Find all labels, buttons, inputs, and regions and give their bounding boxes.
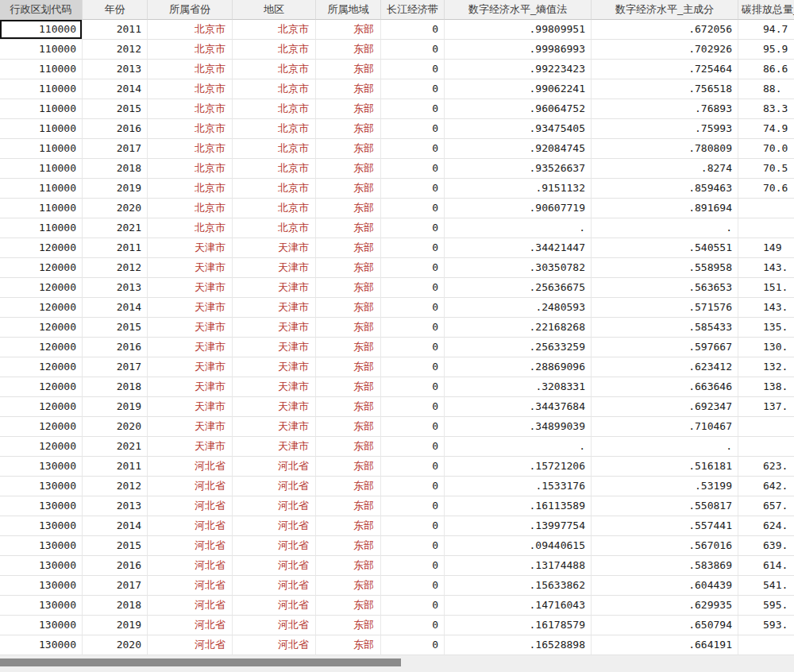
table-cell[interactable]: 120000 [0, 397, 83, 417]
table-cell[interactable]: 北京市 [233, 99, 316, 119]
column-header-6[interactable]: 数字经济水平_熵值法 [445, 0, 592, 20]
table-cell[interactable]: 95.9 [738, 40, 794, 60]
table-cell[interactable]: 0 [381, 576, 445, 596]
table-cell[interactable]: 120000 [0, 298, 83, 318]
table-cell[interactable]: 北京市 [148, 159, 233, 179]
table-cell[interactable]: 北京市 [148, 60, 233, 79]
table-cell[interactable]: 天津市 [148, 298, 233, 318]
table-cell[interactable]: .09440615 [445, 536, 592, 556]
table-cell[interactable]: 北京市 [148, 99, 233, 119]
table-cell[interactable]: 北京市 [233, 40, 316, 60]
table-cell[interactable]: .664191 [592, 635, 738, 655]
selected-cell[interactable]: 110000 [0, 20, 83, 40]
table-cell[interactable]: .92084745 [445, 139, 592, 159]
table-cell[interactable]: 东部 [316, 377, 381, 397]
table-cell[interactable]: 天津市 [148, 278, 233, 298]
table-cell[interactable]: .1533176 [445, 477, 592, 496]
column-header-0[interactable]: 行政区划代码 [0, 0, 83, 20]
table-cell[interactable]: 110000 [0, 199, 83, 218]
table-cell[interactable]: 2014 [83, 79, 148, 99]
table-cell[interactable]: 0 [381, 457, 445, 477]
table-cell[interactable]: 0 [381, 218, 445, 238]
table-cell[interactable]: 天津市 [233, 338, 316, 357]
table-cell[interactable]: 0 [381, 139, 445, 159]
table-cell[interactable]: 东部 [316, 99, 381, 119]
table-cell[interactable]: 2014 [83, 298, 148, 318]
table-cell[interactable]: 天津市 [233, 397, 316, 417]
table-cell[interactable]: 2013 [83, 496, 148, 516]
table-cell[interactable]: 70.5 [738, 159, 794, 179]
table-cell[interactable]: .16528898 [445, 635, 592, 655]
table-cell[interactable]: 东部 [316, 536, 381, 556]
table-cell[interactable]: 天津市 [233, 258, 316, 278]
table-cell[interactable]: 0 [381, 338, 445, 357]
table-cell[interactable]: 东部 [316, 298, 381, 318]
table-cell[interactable]: 北京市 [148, 79, 233, 99]
table-cell[interactable]: 642. [738, 477, 794, 496]
table-cell[interactable]: 天津市 [148, 258, 233, 278]
horizontal-scrollbar-thumb[interactable] [0, 658, 401, 666]
column-header-5[interactable]: 长江经济带 [381, 0, 445, 20]
table-cell[interactable]: 东部 [316, 238, 381, 258]
table-cell[interactable]: 河北省 [233, 536, 316, 556]
table-cell[interactable]: 东部 [316, 496, 381, 516]
table-cell[interactable]: .96064752 [445, 99, 592, 119]
table-cell[interactable]: 657. [738, 496, 794, 516]
table-cell[interactable]: 东部 [316, 635, 381, 655]
table-cell[interactable]: 137. [738, 397, 794, 417]
table-cell[interactable]: 0 [381, 199, 445, 218]
table-cell[interactable]: 北京市 [148, 179, 233, 199]
table-cell[interactable]: 东部 [316, 417, 381, 437]
table-cell[interactable]: 天津市 [148, 357, 233, 377]
table-cell[interactable]: 110000 [0, 179, 83, 199]
table-cell[interactable]: 天津市 [148, 238, 233, 258]
table-cell[interactable]: 河北省 [233, 616, 316, 635]
column-header-7[interactable]: 数字经济水平_主成分 [592, 0, 738, 20]
table-cell[interactable]: .2480593 [445, 298, 592, 318]
table-cell[interactable]: 北京市 [233, 60, 316, 79]
table-cell[interactable]: 河北省 [233, 457, 316, 477]
table-cell[interactable]: 110000 [0, 40, 83, 60]
table-cell[interactable]: 2016 [83, 338, 148, 357]
table-cell[interactable]: .99062241 [445, 79, 592, 99]
table-cell[interactable]: 东部 [316, 357, 381, 377]
table-cell[interactable]: .34899039 [445, 417, 592, 437]
table-cell[interactable]: 2018 [83, 159, 148, 179]
table-cell[interactable]: 天津市 [233, 417, 316, 437]
table-cell[interactable]: 河北省 [148, 596, 233, 616]
table-cell[interactable]: .557441 [592, 516, 738, 536]
table-cell[interactable]: . [445, 218, 592, 238]
table-cell[interactable]: 河北省 [148, 477, 233, 496]
table-cell[interactable]: 北京市 [233, 179, 316, 199]
table-cell[interactable]: 东部 [316, 616, 381, 635]
table-cell[interactable]: 120000 [0, 258, 83, 278]
table-cell[interactable]: .597667 [592, 338, 738, 357]
table-cell[interactable]: 2013 [83, 278, 148, 298]
table-cell[interactable]: 0 [381, 258, 445, 278]
table-cell[interactable]: 2020 [83, 635, 148, 655]
table-cell[interactable]: .650794 [592, 616, 738, 635]
table-cell[interactable]: 130000 [0, 457, 83, 477]
table-cell[interactable]: 0 [381, 437, 445, 457]
table-cell[interactable]: 东部 [316, 179, 381, 199]
table-cell[interactable]: 0 [381, 318, 445, 338]
table-cell[interactable]: 2011 [83, 457, 148, 477]
table-cell[interactable]: . [445, 437, 592, 457]
table-cell[interactable]: 120000 [0, 278, 83, 298]
table-cell[interactable]: 北京市 [233, 119, 316, 139]
table-cell[interactable]: 东部 [316, 159, 381, 179]
table-cell[interactable]: 130000 [0, 635, 83, 655]
table-cell[interactable]: 2019 [83, 397, 148, 417]
table-cell[interactable]: 天津市 [233, 318, 316, 338]
table-cell[interactable]: .53199 [592, 477, 738, 496]
table-cell[interactable]: .623412 [592, 357, 738, 377]
table-cell[interactable]: 东部 [316, 119, 381, 139]
table-cell[interactable]: 北京市 [233, 159, 316, 179]
table-cell[interactable]: 110000 [0, 159, 83, 179]
table-cell[interactable]: 0 [381, 79, 445, 99]
table-cell[interactable]: 110000 [0, 60, 83, 79]
table-cell[interactable]: 2017 [83, 576, 148, 596]
table-cell[interactable]: 东部 [316, 278, 381, 298]
horizontal-scrollbar[interactable] [0, 655, 794, 672]
table-cell[interactable]: 0 [381, 477, 445, 496]
